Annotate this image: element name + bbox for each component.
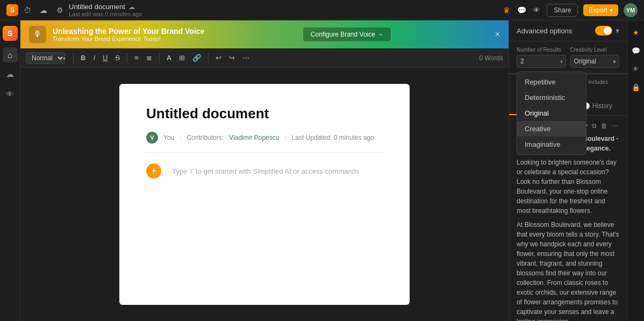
creativity-option-imaginative[interactable]: Imaginative (517, 137, 586, 152)
sidebar-logo-text: S (8, 29, 12, 38)
sidebar-view-icon[interactable]: 👁 (3, 86, 18, 101)
brand-banner-icon: 🎙 (29, 26, 46, 43)
creativity-dropdown: Repetitive Deterministic Original Creati… (517, 72, 586, 155)
advanced-options-toggle[interactable] (595, 26, 612, 35)
export-chevron-icon: ▾ (610, 6, 613, 14)
number-of-results-select-wrap: 2 (517, 55, 566, 68)
creativity-option-deterministic[interactable]: Deterministic (517, 90, 586, 105)
editor-toolbar: Normal B I U S ≡ ≣ A ⊞ 🔗 ↩ ↪ ⋯ 0 Words (20, 48, 509, 68)
creativity-chevron-icon: ▾ (613, 59, 616, 65)
advanced-options-header: Advanced options ▾ (517, 26, 619, 35)
word-count: 0 Words (480, 54, 503, 62)
eye-icon[interactable]: 👁 (532, 5, 541, 15)
collapse-icon[interactable]: ▾ (616, 26, 619, 35)
advanced-options-controls: ▾ (595, 26, 619, 35)
toggle-knob (604, 27, 611, 34)
top-bar: S ⏱ ☁ ⚙ Untitled document ☁ Last edit wa… (0, 0, 644, 20)
right-sidebar-chat-icon[interactable]: 💬 (629, 44, 642, 57)
editor-placeholder[interactable]: Type '/' to get started with Simplified … (172, 167, 359, 175)
export-button[interactable]: Export ▾ (583, 4, 618, 16)
right-sidebar-lock-icon[interactable]: 🔒 (629, 81, 642, 94)
sidebar-logo[interactable]: S (3, 26, 18, 41)
top-bar-left: S ⏱ ☁ ⚙ Untitled document ☁ Last edit wa… (6, 3, 142, 17)
app-logo: S (6, 4, 18, 16)
creativity-value: Original (574, 58, 596, 65)
cloud-icon: ☁ (128, 3, 135, 11)
creativity-option-repetitive[interactable]: Repetitive (517, 74, 586, 90)
creativity-level-label: Creativity Level (570, 47, 620, 53)
toolbar-separator-3 (159, 53, 160, 63)
add-content-button[interactable]: + (146, 163, 161, 179)
result-copy-button[interactable]: ⧉ (591, 121, 598, 131)
sidebar-cloud-icon[interactable]: ☁ (3, 67, 18, 82)
sidebar-home-icon[interactable]: ⌂ (3, 47, 18, 62)
doc-input-row: + Type '/' to get started with Simplifie… (146, 163, 383, 179)
top-bar-right: ♛ 💬 👁 Share Export ▾ YM (502, 3, 638, 17)
more-options-button[interactable]: ⋯ (240, 53, 252, 63)
cloud-sync-icon[interactable]: ☁ (39, 5, 48, 15)
brand-banner-content: 🎙 Unleashing the Power of Your Brand Voi… (29, 26, 204, 43)
format-select[interactable]: Normal (26, 52, 65, 64)
contributor-name: Vladimir Popescu (229, 134, 279, 141)
author-you-label: You (163, 134, 174, 141)
document-title: Untitled document (69, 3, 125, 11)
toolbar-separator-2 (127, 53, 127, 63)
document-meta: V You | Contributors: Vladimir Popescu |… (146, 132, 383, 153)
link-button[interactable]: 🔗 (190, 53, 204, 63)
configure-brand-voice-button[interactable]: Configure Brand Voice → (303, 27, 391, 42)
bold-button[interactable]: B (78, 53, 88, 63)
unordered-list-button[interactable]: ≡ (132, 53, 141, 63)
export-label: Export (589, 6, 607, 14)
history-tab-label: History (592, 102, 612, 110)
result-more-button[interactable]: ⋯ (611, 121, 619, 131)
contributors-label: Contributors: (187, 134, 224, 141)
settings-icon[interactable]: ⚙ (55, 5, 65, 15)
number-of-results-select[interactable]: 2 (517, 55, 566, 68)
banner-close-button[interactable]: × (495, 30, 500, 39)
result-body-1: Looking to brighten someone's day or cel… (517, 158, 619, 216)
number-of-results-label: Number of Results (517, 47, 566, 53)
right-panel: Advanced options ▾ Number of Results 2 (509, 20, 627, 321)
redo-button[interactable]: ↪ (226, 53, 238, 63)
toolbar-separator-1 (73, 53, 74, 63)
number-of-results-group: Number of Results 2 (517, 47, 566, 68)
text-color-button[interactable]: A (164, 53, 174, 63)
doc-meta-separator-2: | (284, 134, 286, 141)
right-icon-sidebar: ★ 💬 👁 🔒 (627, 20, 644, 321)
underline-button[interactable]: U (100, 53, 110, 63)
crown-icon[interactable]: ♛ (502, 5, 511, 15)
creativity-select-wrap: Original ▾ (570, 55, 620, 68)
options-grid: Number of Results 2 Creativity Level Ori… (509, 41, 627, 74)
advanced-options-title: Advanced options (517, 27, 572, 35)
brand-banner-subtitle: Transform Your Brand Experience Today! (53, 35, 204, 42)
result-body-2: At Blossom Boulevard, we believe that ev… (517, 220, 619, 321)
document-paper-title[interactable]: Untitled document (146, 105, 383, 122)
document-subtitle: Last edit was 0 minutes ago (69, 11, 142, 17)
chat-icon[interactable]: 💬 (517, 5, 526, 15)
timer-icon[interactable]: ⏱ (23, 5, 32, 15)
document-title-area: Untitled document ☁ (69, 3, 142, 11)
top-bar-utility-icons: ⏱ ☁ ⚙ (23, 5, 65, 15)
toolbar-separator-4 (208, 53, 209, 63)
creativity-select[interactable]: Original ▾ (570, 55, 620, 68)
doc-meta-separator-1: | (180, 134, 181, 141)
last-updated: Last Updated: 0 minutes ago (292, 134, 374, 141)
strikethrough-button[interactable]: S (112, 53, 123, 63)
result-text: Introducing Blossom Boulevard - Where Na… (517, 134, 619, 321)
author-avatar: V (146, 132, 158, 144)
italic-button[interactable]: I (90, 53, 98, 63)
result-delete-button[interactable]: 🗑 (600, 121, 609, 131)
right-sidebar-eye-icon[interactable]: 👁 (629, 62, 642, 75)
right-sidebar-star-icon[interactable]: ★ (629, 26, 642, 39)
image-button[interactable]: ⊞ (176, 53, 188, 63)
left-sidebar: S ⌂ ☁ 👁 (0, 20, 20, 321)
creativity-option-original[interactable]: Original (517, 105, 586, 121)
ordered-list-button[interactable]: ≣ (144, 53, 155, 63)
share-button[interactable]: Share (547, 4, 578, 17)
document-paper: Untitled document V You | Contributors: … (119, 84, 410, 305)
user-avatar[interactable]: YM (624, 3, 638, 17)
editor-area: 🎙 Unleashing the Power of Your Brand Voi… (20, 20, 509, 321)
undo-button[interactable]: ↩ (213, 53, 224, 63)
creativity-level-group: Creativity Level Original ▾ (570, 47, 620, 68)
creativity-option-creative[interactable]: Creative (517, 121, 586, 137)
